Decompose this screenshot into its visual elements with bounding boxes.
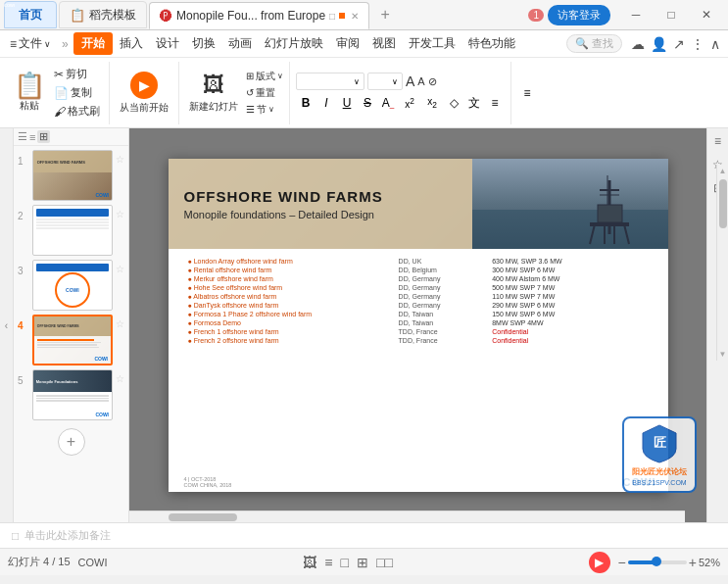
note-bar[interactable]: □ 单击此处添加备注 [0, 522, 728, 548]
win-controls: ─ □ ✕ [618, 1, 724, 28]
add-tab-btn[interactable]: + [371, 1, 399, 28]
cut-button[interactable]: ✂ 剪切 [51, 66, 103, 82]
tab-doc[interactable]: 🅟 Monopile Fou... from Europe □ ✕ [149, 2, 369, 29]
table-row: ● French 1 offshore wind farm TDD, Franc… [184, 327, 653, 336]
new-slide-button[interactable]: 🖼 新建幻灯片 [185, 71, 242, 116]
minimize-button[interactable]: ─ [618, 1, 654, 28]
slide-thumb-2[interactable]: 2 COWI ☆ [14, 203, 128, 258]
slide-num-5: 5 [18, 369, 29, 386]
share-icon[interactable]: ↗ [673, 36, 685, 52]
font-size-selector[interactable]: ∨ [367, 73, 403, 90]
table-row: ● French 2 offshore wind farm TDD, Franc… [184, 336, 653, 345]
menu-start[interactable]: 开始 [73, 32, 113, 55]
subscript-button[interactable]: x2 [421, 93, 443, 113]
tab-close-icon[interactable]: ✕ [351, 11, 359, 22]
add-slide-button[interactable]: + [58, 428, 85, 456]
slide-canvas[interactable]: OFFSHORE WIND FARMS Monopile foundations… [169, 159, 668, 492]
layout-button[interactable]: ⊞ 版式 ∨ [246, 70, 283, 83]
expand-icon[interactable]: ∧ [710, 36, 720, 52]
menu-file[interactable]: ≡ 文件 ∨ [4, 33, 57, 54]
zoom-slider[interactable] [628, 560, 687, 564]
panel-grid-icon[interactable]: ⊞ [37, 130, 50, 143]
shadow-button[interactable]: A_ [378, 93, 398, 113]
slide-star-3[interactable]: ☆ [116, 260, 124, 274]
thumb-img-3: COWI [32, 260, 113, 311]
menu-slideshow[interactable]: 幻灯片放映 [259, 33, 329, 54]
view-grid-icon[interactable]: ⊞ [357, 555, 368, 570]
slide-num-4: 4 [18, 315, 29, 331]
zoom-out-button[interactable]: − [618, 555, 626, 570]
bold-button[interactable]: B [296, 93, 315, 113]
italic-button[interactable]: I [316, 93, 336, 113]
slide-title-main: OFFSHORE WIND FARMS [184, 188, 466, 205]
superscript-button[interactable]: x2 [399, 93, 420, 113]
author-info: COWI [78, 557, 108, 568]
table-row: ● Hohe See offshore wind farm DD, German… [184, 283, 653, 292]
slide-star-5[interactable]: ☆ [116, 369, 124, 384]
menu-animation[interactable]: 动画 [222, 33, 258, 54]
ribbon: 📋 粘贴 ✂ 剪切 📄 复制 🖌 格式刷 ▶ 从当前开始 🖼 [0, 58, 728, 128]
panel-list-icon[interactable]: ≡ [29, 131, 35, 143]
maximize-button[interactable]: □ [654, 1, 689, 28]
h-scrollbar[interactable] [129, 511, 685, 522]
font-more-button[interactable]: ≡ [485, 93, 505, 113]
paste-button[interactable]: 📋 粘贴 [10, 71, 49, 115]
menu-switch[interactable]: 切换 [186, 33, 221, 54]
menu-insert[interactable]: 插入 [114, 33, 149, 54]
font-decrease-button[interactable]: A [417, 75, 424, 87]
play-from-current-button[interactable]: ▶ 从当前开始 [116, 70, 172, 117]
slide-star-1[interactable]: ☆ [116, 150, 124, 165]
reset-button[interactable]: ↺ 重置 [246, 86, 283, 100]
note-icon: □ [12, 529, 19, 543]
slide-star-2[interactable]: ☆ [116, 205, 124, 219]
font-increase-button[interactable]: A [406, 73, 414, 89]
format-brush-button[interactable]: 🖌 格式刷 [51, 103, 103, 120]
slide-panel: ☰ ≡ ⊞ 1 OFFSHORE WIND FARMS COWI ☆ 2 [14, 128, 129, 522]
panel-collapse-btn[interactable]: ‹ [0, 128, 14, 522]
menu-nav-arrow[interactable]: » [58, 35, 73, 53]
tab-monitor-icon: □ [329, 11, 335, 22]
align-left-button[interactable]: ≡ [517, 83, 537, 103]
slide-thumb-3[interactable]: 3 COWI ☆ [14, 258, 128, 313]
menu-design[interactable]: 设计 [150, 33, 185, 54]
close-button[interactable]: ✕ [689, 1, 724, 28]
menu-devtools[interactable]: 开发工具 [403, 33, 461, 54]
slide-thumb-4[interactable]: 4 OFFSHORE WIND FARMS COWI ☆ [14, 313, 128, 367]
v-scrollbar[interactable]: ▲ ▼ [716, 165, 728, 361]
menu-review[interactable]: 审阅 [330, 33, 365, 54]
menu-view[interactable]: 视图 [366, 33, 402, 54]
char-spacing-button[interactable]: ◇ [444, 93, 463, 113]
slide-logo: COWI [623, 476, 656, 488]
menu-special[interactable]: 特色功能 [462, 33, 521, 54]
underline-button[interactable]: U [337, 93, 357, 113]
panel-menu-icon[interactable]: ☰ [18, 130, 27, 143]
section-button[interactable]: ☰ 节 ∨ [246, 103, 283, 117]
search-box[interactable]: 🔍 查找 [566, 34, 622, 53]
login-button[interactable]: 访客登录 [548, 5, 610, 25]
cloud-icon[interactable]: ☁ [631, 36, 645, 52]
zoom-in-button[interactable]: + [689, 555, 697, 570]
strikethrough-button[interactable]: S [358, 93, 377, 113]
tab-template[interactable]: 📋 稻壳模板 [59, 1, 147, 28]
right-panel-btn-1[interactable]: ≡ [709, 132, 727, 150]
view-presenter-icon[interactable]: □□ [376, 555, 393, 570]
font-name-selector[interactable]: ∨ [296, 73, 364, 90]
status-icon-2[interactable]: ≡ [324, 555, 332, 570]
zoom-level[interactable]: 52% [699, 557, 720, 568]
table-row: ● Rental offshore wind farm DD, Belgium … [184, 266, 653, 274]
play-status-button[interactable]: ▶ [589, 552, 610, 573]
doc-icon: 🅟 [160, 9, 172, 24]
slide-thumb-1[interactable]: 1 OFFSHORE WIND FARMS COWI ☆ [14, 146, 128, 203]
copy-button[interactable]: 📄 复制 [51, 84, 103, 101]
note-placeholder: 单击此处添加备注 [24, 528, 111, 543]
font-clear-button[interactable]: ⊘ [428, 75, 437, 88]
ribbon-paste-group: 📋 粘贴 ✂ 剪切 📄 复制 🖌 格式刷 [4, 62, 110, 124]
slide-star-4[interactable]: ☆ [116, 315, 124, 329]
status-icon-1[interactable]: 🖼 [303, 555, 316, 570]
char-format-button[interactable]: 文 [464, 93, 484, 113]
view-normal-icon[interactable]: □ [340, 555, 348, 570]
slide-thumb-5[interactable]: 5 Monopile Foundations COWI ☆ [14, 367, 128, 422]
slide-num-1: 1 [18, 150, 29, 167]
user-icon[interactable]: 👤 [651, 36, 667, 52]
more-icon[interactable]: ⋮ [691, 36, 704, 52]
